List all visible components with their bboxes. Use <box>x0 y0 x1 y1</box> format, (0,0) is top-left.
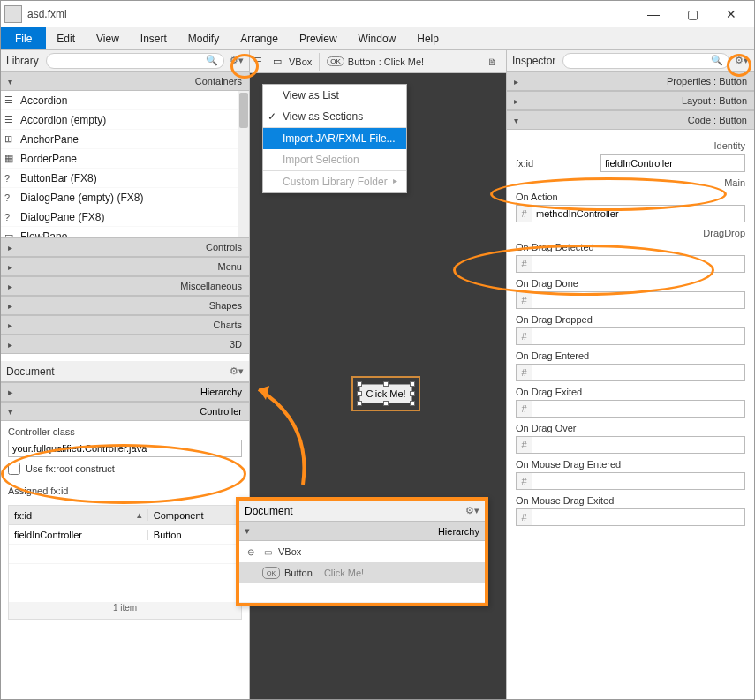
menu-edit[interactable]: Edit <box>46 27 86 49</box>
list-item: ?DialogPane (FX8) <box>1 207 249 227</box>
menu-insert[interactable]: Insert <box>130 27 177 49</box>
drag-field-row: On Mouse Drag Entered# <box>516 459 745 490</box>
dragdrop-group-label: DragDrop <box>516 228 745 238</box>
menu-bar: File Edit View Insert Modify Arrange Pre… <box>1 27 754 50</box>
hierarchy-popup: Document⚙▾ ▾Hierarchy ⊖▭VBox OKButton Cl… <box>236 497 488 606</box>
controller-class-label: Controller class <box>8 426 242 437</box>
inspector-panel: Inspector 🔍 ⚙▾ ▸Properties : Button ▸Lay… <box>506 50 754 699</box>
fxid-input[interactable] <box>600 154 745 172</box>
menu-window[interactable]: Window <box>348 27 407 49</box>
library-section-controls[interactable]: ▸Controls <box>1 237 249 257</box>
drag-field-row: On Drag Exited# <box>516 387 745 418</box>
drag-field-row: On Drag Entered# <box>516 350 745 381</box>
selected-node[interactable]: Click Me! <box>359 384 412 403</box>
inspector-section-code[interactable]: ▾Code : Button <box>507 110 754 130</box>
close-button[interactable]: ✕ <box>712 2 751 26</box>
drag-field-row: On Drag Detected# <box>516 242 745 273</box>
drag-field-input[interactable] <box>532 255 745 273</box>
hierarchy-popup-section[interactable]: ▾Hierarchy <box>239 522 485 541</box>
drag-field-input[interactable] <box>532 400 745 418</box>
popup-view-as-sections[interactable]: ✓View as Sections <box>263 106 406 127</box>
drag-field-row: On Mouse Drag Exited# <box>516 495 745 526</box>
library-list[interactable]: ☰Accordion ☰Accordion (empty) ⊞AnchorPan… <box>1 91 249 237</box>
dialogpane-empty-icon: ? <box>4 192 20 203</box>
search-icon: 🔍 <box>711 55 723 66</box>
menu-file[interactable]: File <box>1 27 46 49</box>
main-group-label: Main <box>516 177 745 188</box>
library-section-shapes[interactable]: ▸Shapes <box>1 296 249 315</box>
controller-class-input[interactable] <box>8 440 242 457</box>
library-title: Library <box>6 55 39 67</box>
buttonbar-icon: ? <box>4 173 20 184</box>
use-fxroot-checkbox[interactable] <box>8 463 20 475</box>
onaction-label: On Action <box>516 192 745 202</box>
inspector-section-properties[interactable]: ▸Properties : Button <box>507 72 754 91</box>
fxid-col-header[interactable]: fx:id▴ <box>9 509 148 521</box>
tree-node-button[interactable]: OKButton Click Me! <box>239 562 485 583</box>
table-row[interactable]: fieldInController Button <box>9 525 241 545</box>
list-item: ▦BorderPane <box>1 149 249 169</box>
tree-node-vbox[interactable]: ⊖▭VBox <box>239 541 485 562</box>
document-section-controller[interactable]: ▾Controller <box>1 402 249 421</box>
drag-field-input[interactable] <box>532 364 745 381</box>
drag-field-input[interactable] <box>532 327 745 345</box>
left-panel: Library 🔍 ⚙▾ ▾ Containers ☰Accordion ☰Ac… <box>1 50 250 699</box>
library-popup: View as List ✓View as Sections Import JA… <box>262 84 407 193</box>
popup-view-as-list[interactable]: View as List <box>263 85 406 106</box>
document-gear-icon[interactable]: ⚙▾ <box>230 365 244 377</box>
assigned-fxid-label: Assigned fx:id <box>1 480 249 501</box>
library-section-menu[interactable]: ▸Menu <box>1 257 249 276</box>
menu-view[interactable]: View <box>86 27 130 49</box>
list-item: ?ButtonBar (FX8) <box>1 169 249 188</box>
hash-icon: # <box>516 508 532 526</box>
hierarchy-popup-gear-icon[interactable]: ⚙▾ <box>465 505 479 516</box>
document-icon[interactable]: 🗎 <box>482 56 502 67</box>
drag-field-input[interactable] <box>532 472 745 490</box>
inspector-search-input[interactable] <box>569 56 711 66</box>
library-scrollbar[interactable] <box>238 91 249 237</box>
maximize-button[interactable]: ▢ <box>673 2 712 26</box>
library-search-input[interactable] <box>52 56 206 66</box>
hash-icon: # <box>516 436 532 454</box>
drag-field-label: On Mouse Drag Exited <box>516 495 745 506</box>
component-col-header[interactable]: Component <box>148 510 241 521</box>
library-gear-icon[interactable]: ⚙▾ <box>230 55 244 66</box>
hash-icon: # <box>516 364 532 381</box>
library-section-containers[interactable]: ▾ Containers <box>1 72 249 91</box>
inspector-gear-icon[interactable]: ⚙▾ <box>735 55 749 66</box>
accordion-icon: ☰ <box>4 94 20 106</box>
borderpane-icon: ▦ <box>4 153 20 164</box>
menu-help[interactable]: Help <box>406 27 449 49</box>
list-item: ☰Accordion <box>1 91 249 110</box>
onaction-row: On Action # <box>516 192 745 222</box>
library-header: Library 🔍 ⚙▾ <box>1 50 249 72</box>
drag-field-label: On Drag Dropped <box>516 314 745 325</box>
breadcrumb-button[interactable]: OKButton : Click Me! <box>320 53 431 71</box>
drag-field-input[interactable] <box>532 508 745 526</box>
onaction-input[interactable] <box>532 205 745 222</box>
library-section-charts[interactable]: ▸Charts <box>1 315 249 335</box>
use-fxroot-label: Use fx:root construct <box>26 463 115 474</box>
breadcrumb-vbox[interactable]: ▭VBox <box>266 53 320 71</box>
identity-group-label: Identity <box>516 140 745 151</box>
popup-custom-library-folder: Custom Library Folder▸ <box>263 170 406 192</box>
document-panel: ▸Hierarchy ▾Controller Controller class … <box>1 382 249 623</box>
fxid-row: fx:id <box>516 154 745 172</box>
drag-field-input[interactable] <box>532 436 745 454</box>
drag-field-label: On Drag Entered <box>516 350 745 361</box>
popup-import-jar-fxml[interactable]: Import JAR/FXML File... <box>263 127 406 149</box>
library-section-3d[interactable]: ▸3D <box>1 335 249 354</box>
hash-icon: # <box>516 291 532 309</box>
hamburger-icon[interactable]: ☰ <box>253 56 262 67</box>
inspector-section-layout[interactable]: ▸Layout : Button <box>507 91 754 110</box>
menu-modify[interactable]: Modify <box>177 27 230 49</box>
window-title: asd.fxml <box>27 8 67 20</box>
drag-field-input[interactable] <box>532 291 745 309</box>
library-section-misc[interactable]: ▸Miscellaneous <box>1 276 249 296</box>
minimize-button[interactable]: — <box>634 2 673 26</box>
menu-arrange[interactable]: Arrange <box>230 27 289 49</box>
document-section-hierarchy[interactable]: ▸Hierarchy <box>1 382 249 402</box>
hash-icon: # <box>516 255 532 273</box>
drag-field-label: On Mouse Drag Entered <box>516 459 745 470</box>
menu-preview[interactable]: Preview <box>289 27 348 49</box>
